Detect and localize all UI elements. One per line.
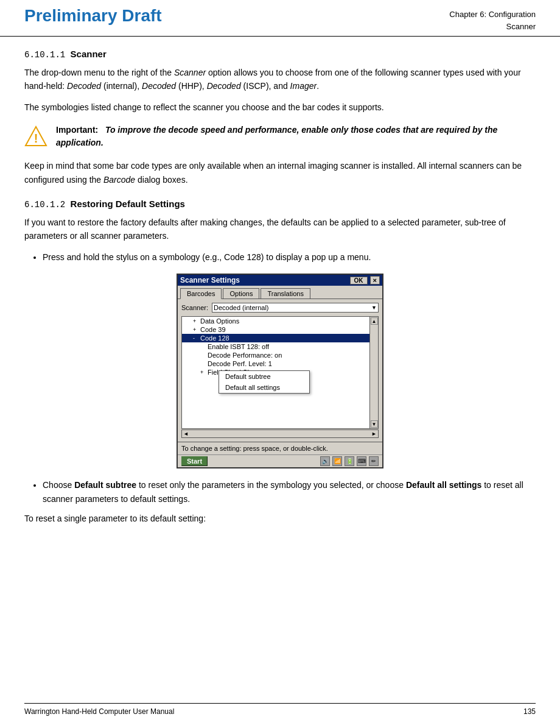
- tree-container: + Data Options + Code 39 - Code 128: [181, 316, 379, 429]
- taskbar-icon-4: ⌨: [357, 456, 366, 466]
- taskbar-icon-3: 🔋: [345, 456, 354, 466]
- taskbar-icon-5: ✏: [369, 456, 379, 466]
- scroll-up-button[interactable]: ▲: [371, 317, 378, 325]
- dialog-footer-text: To change a setting: press space, or dou…: [181, 445, 328, 452]
- dialog-body: Scanner: Decoded (internal) ▼ + Data Opt…: [178, 299, 382, 442]
- tab-translations[interactable]: Translations: [261, 288, 310, 299]
- bullet-item-1: Press and hold the stylus on a symbology…: [43, 250, 536, 264]
- important-message: To improve the decode speed and performa…: [56, 125, 497, 147]
- dialog-ok-button[interactable]: OK: [350, 277, 368, 284]
- start-button[interactable]: Start: [181, 456, 208, 466]
- dialog-close-button[interactable]: ×: [370, 276, 380, 284]
- scroll-down-button[interactable]: ▼: [371, 420, 378, 428]
- section-6102-number: 6.10.1.2: [24, 200, 65, 210]
- tab-barcodes[interactable]: Barcodes: [180, 288, 222, 299]
- scroll-right-icon[interactable]: ►: [370, 431, 378, 437]
- section-6101-para2: The symbologies listed change to reflect…: [24, 101, 536, 114]
- page-footer: Warrington Hand-Held Computer User Manua…: [24, 703, 536, 716]
- tree-label: Enable ISBT 128: off: [208, 343, 269, 350]
- tree-item-code128[interactable]: - Code 128: [182, 334, 378, 342]
- tree-spacer: [200, 344, 206, 350]
- chapter-line1: Chapter 6: Configuration: [449, 10, 536, 19]
- dialog-tabs: Barcodes Options Translations: [178, 286, 382, 299]
- bullet-item-2: Choose Default subtree to reset only the…: [43, 478, 536, 506]
- bullet-list: Press and hold the stylus on a symbology…: [43, 250, 536, 264]
- scanner-value: Decoded (internal): [214, 304, 269, 311]
- section-6101-para1: The drop-down menu to the right of the S…: [24, 66, 536, 93]
- bullet-list-2: Choose Default subtree to reset only the…: [43, 478, 536, 506]
- warning-icon: !: [24, 125, 47, 148]
- footer-left: Warrington Hand-Held Computer User Manua…: [24, 707, 174, 716]
- tree-scrollbar[interactable]: ▲ ▼: [369, 317, 378, 428]
- section-6101-para3: Keep in mind that some bar code types ar…: [24, 159, 536, 186]
- tree-label: Decode Performance: on: [208, 352, 282, 359]
- tree-spacer: [200, 352, 206, 358]
- taskbar-icon-1: 🔊: [320, 456, 330, 466]
- tree-expand-icon: +: [200, 369, 206, 375]
- tree-item-decode-level[interactable]: Decode Perf. Level: 1: [182, 359, 378, 368]
- tree-item-data-options[interactable]: + Data Options: [182, 317, 378, 325]
- tab-options[interactable]: Options: [223, 288, 259, 299]
- tree-expand-icon: +: [193, 327, 199, 333]
- section-6102-title: Restoring Default Settings: [71, 199, 185, 209]
- menu-item-default-all[interactable]: Default all settings: [219, 382, 309, 393]
- scanner-field-label: Scanner:: [181, 304, 208, 311]
- scanner-row: Scanner: Decoded (internal) ▼: [181, 303, 379, 313]
- page-header: Preliminary Draft Chapter 6: Configurati…: [0, 0, 560, 37]
- section-6101: 6.10.1.1 Scanner The drop-down menu to t…: [24, 49, 536, 186]
- tree-label: Code 128: [200, 334, 229, 342]
- scanner-settings-dialog[interactable]: Scanner Settings OK × Barcodes Options T…: [177, 274, 383, 468]
- tree-label: Code 39: [200, 326, 226, 333]
- tree-expand-icon: +: [193, 318, 199, 324]
- tree-item-decode-perf[interactable]: Decode Performance: on: [182, 351, 378, 359]
- section-6101-title: Scanner: [71, 49, 107, 59]
- dialog-titlebar: Scanner Settings OK ×: [178, 275, 382, 286]
- chapter-line2: Scanner: [506, 22, 536, 31]
- main-content: 6.10.1.1 Scanner The drop-down menu to t…: [0, 49, 560, 562]
- screenshot-container: Scanner Settings OK × Barcodes Options T…: [24, 274, 536, 468]
- footer-right: 135: [523, 707, 536, 716]
- context-menu: Default subtree Default all settings: [219, 370, 310, 394]
- tree-item-code39[interactable]: + Code 39: [182, 325, 378, 334]
- important-box: ! Important: To improve the decode speed…: [24, 124, 536, 149]
- tree-expand-icon: -: [193, 335, 199, 341]
- important-label: Important:: [56, 125, 98, 135]
- tree-label: Data Options: [200, 317, 239, 325]
- dialog-titlebar-buttons: OK ×: [350, 276, 380, 284]
- section-6102-heading: 6.10.1.2 Restoring Default Settings: [24, 199, 536, 210]
- section-6102-para2: To reset a single parameter to its defau…: [24, 512, 536, 525]
- scroll-left-icon[interactable]: ◄: [182, 431, 190, 437]
- tree-spacer: [200, 361, 206, 367]
- section-6102: 6.10.1.2 Restoring Default Settings If y…: [24, 199, 536, 525]
- taskbar-strip: Start 🔊 📶 🔋 ⌨ ✏: [178, 454, 382, 467]
- section-6102-para1: If you want to restore the factory defau…: [24, 216, 536, 243]
- document-title: Preliminary Draft: [24, 6, 162, 26]
- horizontal-scrollbar[interactable]: ◄ ►: [181, 429, 379, 438]
- section-6101-number: 6.10.1.1: [24, 50, 65, 60]
- scanner-dropdown[interactable]: Decoded (internal) ▼: [212, 303, 379, 313]
- section-6101-heading: 6.10.1.1 Scanner: [24, 49, 536, 60]
- chapter-info: Chapter 6: Configuration Scanner: [449, 6, 536, 32]
- taskbar-icon-2: 📶: [332, 456, 342, 466]
- menu-item-default-subtree[interactable]: Default subtree: [219, 371, 309, 382]
- tree-label: Decode Perf. Level: 1: [208, 360, 272, 367]
- dropdown-arrow-icon: ▼: [371, 305, 377, 311]
- svg-text:!: !: [34, 132, 38, 145]
- dialog-title: Scanner Settings: [180, 276, 240, 284]
- dialog-footer: To change a setting: press space, or dou…: [178, 442, 382, 454]
- important-text-content: Important: To improve the decode speed a…: [56, 124, 536, 149]
- tree-item-enable-isbt[interactable]: Enable ISBT 128: off: [182, 342, 378, 351]
